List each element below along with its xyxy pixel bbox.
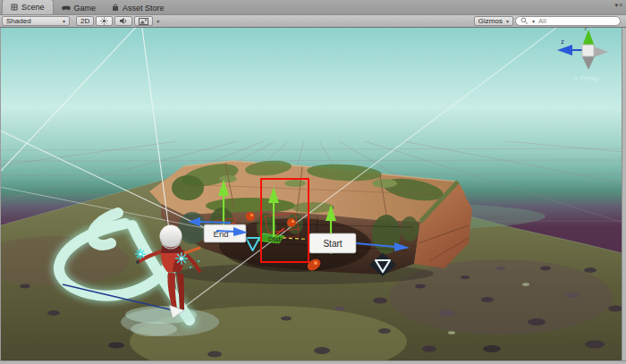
draw-mode-label: Shaded [6,17,31,25]
tab-bar: Scene Game Asset Store ▾≡ [0,0,626,15]
waypoint-start-label[interactable]: Start [309,233,358,255]
search-placeholder: All [538,17,546,25]
effects-dropdown-caret[interactable]: ▾ [155,18,161,24]
chevron-down-icon: ▾ [59,18,65,24]
scene-3d-viewport[interactable]: Distance End Sta [1,28,622,360]
grid-icon [11,4,18,11]
window-bottom-edge [0,360,626,364]
search-filter-caret[interactable]: ▾ [530,18,537,24]
gizmos-dropdown[interactable]: Gizmos ▾ [474,16,513,26]
svg-text:Start: Start [323,239,342,249]
speaker-icon [119,17,128,25]
tab-scene-label: Scene [21,3,45,12]
chevron-down-icon: ▾ [503,18,509,24]
tab-game[interactable]: Game [54,1,105,14]
audio-toggle-button[interactable] [114,16,132,26]
scene-search-input[interactable]: ▾ All [515,16,621,26]
gamepad-icon [62,4,71,12]
scene-toolbar: Shaded ▾ 2D ▾ Gizmos ▾ [0,15,626,28]
gizmos-label: Gizmos [478,17,503,25]
effects-toggle-button[interactable] [134,16,153,26]
tab-options-menu-icon[interactable]: ▾≡ [614,2,623,9]
distance-label: Distance [268,235,297,243]
tab-asset-store-label: Asset Store [123,4,165,13]
waypoint-end-label[interactable]: End [204,224,248,244]
unity-scene-window: Scene Game Asset Store ▾≡ Shaded ▾ 2D [0,0,626,364]
camera-projection-label[interactable]: < Persp [574,74,599,82]
tab-game-label: Game [74,4,97,13]
tab-scene[interactable]: Scene [2,0,54,14]
z-axis-label: z [561,38,564,45]
image-effects-icon [139,18,148,25]
lighting-toggle-button[interactable] [96,16,113,26]
tab-asset-store[interactable]: Asset Store [104,1,173,14]
gizmo-center-cube[interactable] [582,45,594,56]
search-icon [520,17,529,25]
draw-mode-dropdown[interactable]: Shaded ▾ [2,16,70,26]
store-bag-icon [112,4,119,12]
window-right-edge [622,28,626,360]
toggle-2d-button[interactable]: 2D [76,16,94,26]
sun-icon [100,17,108,25]
